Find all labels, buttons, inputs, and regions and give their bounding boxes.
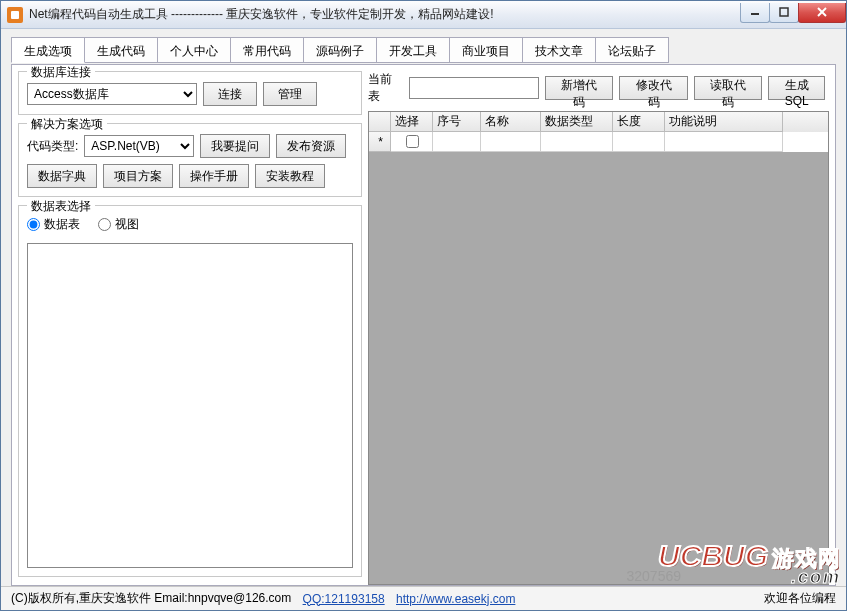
- tab-common-code[interactable]: 常用代码: [230, 37, 304, 63]
- maximize-icon: [779, 7, 789, 17]
- radio-datatable-wrap[interactable]: 数据表: [27, 216, 80, 233]
- manage-button[interactable]: 管理: [263, 82, 317, 106]
- svg-rect-1: [780, 8, 788, 16]
- grid-header: 选择 序号 名称 数据类型 长度 功能说明: [369, 112, 828, 132]
- app-icon: [7, 7, 23, 23]
- radio-datatable[interactable]: [27, 218, 40, 231]
- col-name[interactable]: 名称: [481, 112, 541, 132]
- grid-new-row[interactable]: *: [369, 132, 828, 152]
- group-legend: 数据库连接: [27, 64, 95, 81]
- group-legend: 数据表选择: [27, 198, 95, 215]
- group-solution-options: 解决方案选项 代码类型: ASP.Net(VB) 我要提问 发布资源 数据字典 …: [18, 123, 362, 197]
- read-code-button[interactable]: 读取代码: [694, 76, 763, 100]
- window-title: Net编程代码自动生成工具 ------------- 重庆安逸软件，专业软件定…: [29, 6, 741, 23]
- cell-type[interactable]: [541, 132, 613, 152]
- new-row-marker: *: [369, 132, 391, 152]
- website-link[interactable]: http://www.easekj.com: [396, 592, 515, 606]
- tab-generate-code[interactable]: 生成代码: [84, 37, 158, 63]
- status-bar: (C)版权所有,重庆安逸软件 Email:hnpvqve@126.com QQ:…: [1, 586, 846, 610]
- maximize-button[interactable]: [769, 3, 799, 23]
- project-plan-button[interactable]: 项目方案: [103, 164, 173, 188]
- minimize-button[interactable]: [740, 3, 770, 23]
- tab-personal-center[interactable]: 个人中心: [157, 37, 231, 63]
- edit-code-button[interactable]: 修改代码: [619, 76, 688, 100]
- col-select[interactable]: 选择: [391, 112, 433, 132]
- radio-view[interactable]: [98, 218, 111, 231]
- welcome-text: 欢迎各位编程: [764, 590, 836, 607]
- tab-dev-tools[interactable]: 开发工具: [376, 37, 450, 63]
- generate-sql-button[interactable]: 生成SQL: [768, 76, 825, 100]
- manual-button[interactable]: 操作手册: [179, 164, 249, 188]
- data-dictionary-button[interactable]: 数据字典: [27, 164, 97, 188]
- col-length[interactable]: 长度: [613, 112, 665, 132]
- qq-link[interactable]: QQ:121193158: [303, 592, 385, 606]
- table-listbox[interactable]: [27, 243, 353, 568]
- group-legend: 解决方案选项: [27, 116, 107, 133]
- current-table-input[interactable]: [409, 77, 539, 99]
- publish-resource-button[interactable]: 发布资源: [276, 134, 346, 158]
- right-toolbar: 当前表 新增代码 修改代码 读取代码 生成SQL: [368, 71, 829, 105]
- group-db-connection: 数据库连接 Access数据库 连接 管理: [18, 71, 362, 115]
- cell-len[interactable]: [613, 132, 665, 152]
- radio-view-label: 视图: [115, 216, 139, 233]
- radio-datatable-label: 数据表: [44, 216, 80, 233]
- grid-corner: [369, 112, 391, 132]
- tab-tech-articles[interactable]: 技术文章: [522, 37, 596, 63]
- close-icon: [816, 6, 828, 18]
- current-table-label: 当前表: [368, 71, 403, 105]
- data-grid[interactable]: 选择 序号 名称 数据类型 长度 功能说明 *: [368, 111, 829, 585]
- code-type-label: 代码类型:: [27, 138, 78, 155]
- copyright-text: (C)版权所有,重庆安逸软件 Email:hnpvqve@126.com: [11, 590, 291, 607]
- radio-view-wrap[interactable]: 视图: [98, 216, 139, 233]
- tab-forum[interactable]: 论坛贴子: [595, 37, 669, 63]
- cell-seq[interactable]: [433, 132, 481, 152]
- tab-panel: 数据库连接 Access数据库 连接 管理 解决方案选项 代码类型: ASP.N…: [11, 64, 836, 586]
- cell-name[interactable]: [481, 132, 541, 152]
- code-type-combo[interactable]: ASP.Net(VB): [84, 135, 194, 157]
- close-button[interactable]: [798, 3, 846, 23]
- tab-source-examples[interactable]: 源码例子: [303, 37, 377, 63]
- col-seq[interactable]: 序号: [433, 112, 481, 132]
- tab-commercial[interactable]: 商业项目: [449, 37, 523, 63]
- db-type-combo[interactable]: Access数据库: [27, 83, 197, 105]
- row-select-checkbox[interactable]: [406, 135, 419, 148]
- tab-generate-options[interactable]: 生成选项: [11, 37, 85, 63]
- minimize-icon: [750, 7, 760, 17]
- group-table-select: 数据表选择 数据表 视图: [18, 205, 362, 577]
- col-type[interactable]: 数据类型: [541, 112, 613, 132]
- connect-button[interactable]: 连接: [203, 82, 257, 106]
- tab-bar: 生成选项 生成代码 个人中心 常用代码 源码例子 开发工具 商业项目 技术文章 …: [11, 37, 836, 65]
- ask-question-button[interactable]: 我要提问: [200, 134, 270, 158]
- col-desc[interactable]: 功能说明: [665, 112, 783, 132]
- new-code-button[interactable]: 新增代码: [545, 76, 614, 100]
- cell-desc[interactable]: [665, 132, 783, 152]
- install-tutorial-button[interactable]: 安装教程: [255, 164, 325, 188]
- titlebar: Net编程代码自动生成工具 ------------- 重庆安逸软件，专业软件定…: [1, 1, 846, 29]
